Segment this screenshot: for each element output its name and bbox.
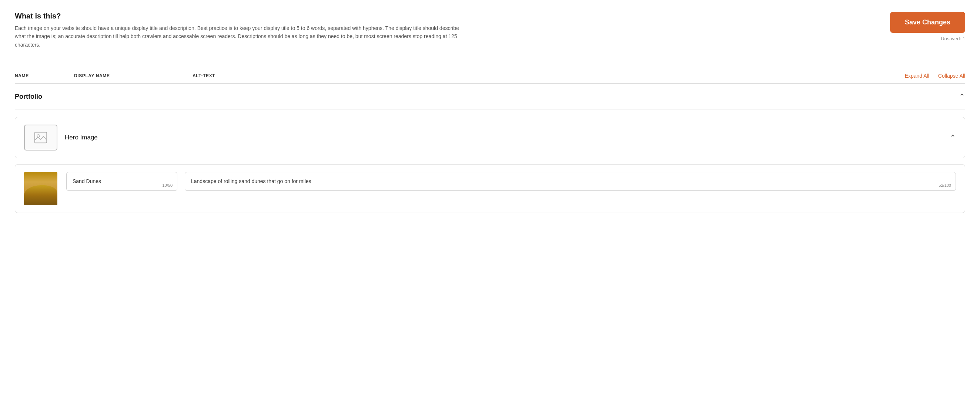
alt-text-field[interactable]: Landscape of rolling sand dunes that go … [185,172,956,191]
display-name-counter: 10/50 [162,183,173,187]
sand-dunes-fields: Sand Dunes 10/50 Landscape of rolling sa… [66,172,956,191]
hero-image-card-left: Hero Image [24,125,98,151]
sand-dunes-row: Sand Dunes 10/50 Landscape of rolling sa… [15,164,965,213]
page-title: What is this? [15,12,459,21]
save-changes-button[interactable]: Save Changes [890,12,965,33]
collapse-all-button[interactable]: Collapse All [938,73,965,79]
sand-dunes-thumbnail [24,172,57,205]
display-name-field[interactable]: Sand Dunes 10/50 [66,172,177,191]
header-description: Each image on your website should have a… [15,24,459,49]
hero-image-card-header: Hero Image ⌃ [24,125,956,151]
hero-image-placeholder [24,125,57,151]
table-header: NAME DISPLAY NAME ALT-TEXT Expand All Co… [15,68,965,84]
header-text: What is this? Each image on your website… [15,12,459,49]
header-section: What is this? Each image on your website… [15,12,965,58]
table-actions: Expand All Collapse All [905,73,965,79]
image-icon [34,131,48,144]
unsaved-count: Unsaved: 1 [941,36,965,41]
header-actions: Save Changes Unsaved: 1 [890,12,965,41]
page-wrapper: What is this? Each image on your website… [0,0,980,409]
hero-image-chevron-up-icon[interactable]: ⌃ [950,133,956,142]
portfolio-chevron-up-icon[interactable]: ⌃ [959,92,965,101]
col-display-header: DISPLAY NAME [74,73,192,78]
expand-all-button[interactable]: Expand All [905,73,929,79]
image-cards-area: Hero Image ⌃ Sand Dunes 10/50 Landscape … [15,109,965,220]
alt-text-value: Landscape of rolling sand dunes that go … [191,178,950,185]
svg-point-1 [37,135,40,137]
col-name-header: NAME [15,73,74,78]
portfolio-section-title: Portfolio [15,93,42,101]
display-name-value: Sand Dunes [73,178,171,185]
hero-image-name: Hero Image [65,134,98,141]
hero-image-card: Hero Image ⌃ [15,117,965,158]
portfolio-section-row: Portfolio ⌃ [15,84,965,109]
svg-rect-0 [35,132,47,143]
alt-text-counter: 52/100 [939,183,951,187]
sand-dunes-image [24,172,57,205]
col-alttext-header: ALT-TEXT [192,73,905,78]
